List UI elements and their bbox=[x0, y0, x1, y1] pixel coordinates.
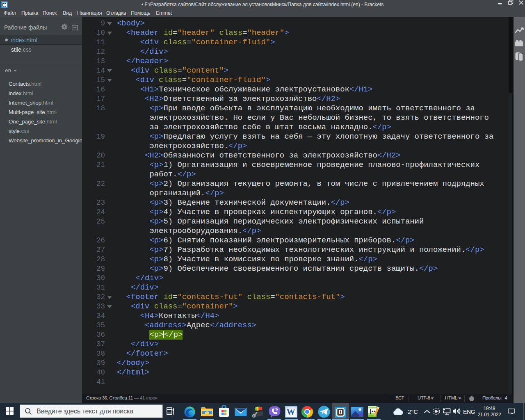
svg-text:W: W bbox=[287, 407, 295, 417]
